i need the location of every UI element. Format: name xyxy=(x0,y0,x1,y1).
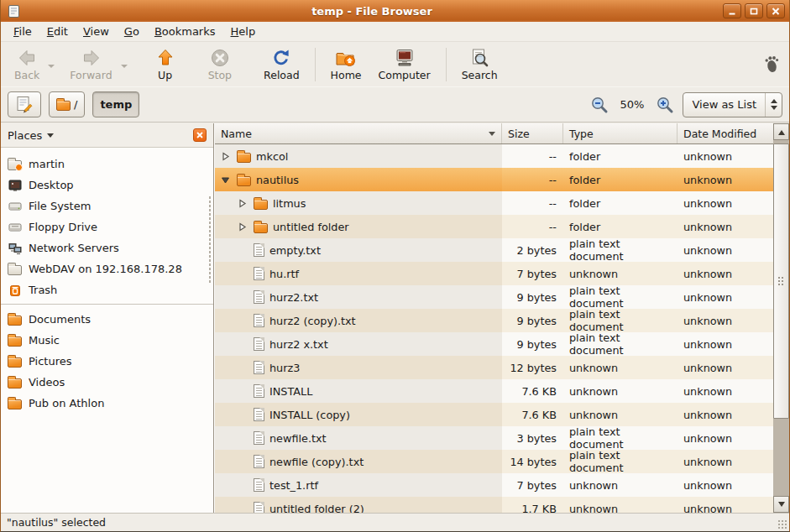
file-row[interactable]: mkcol--folderunknown xyxy=(215,144,773,168)
minimize-button[interactable] xyxy=(723,3,741,18)
spinner-down-icon xyxy=(771,106,777,113)
file-modified: unknown xyxy=(678,332,773,356)
sidebar-item-music[interactable]: Music xyxy=(1,330,213,351)
folder-icon xyxy=(56,101,71,111)
view-mode-select[interactable]: View as List xyxy=(683,92,782,117)
file-row[interactable]: hurz2.txt9 bytesplain text documentunkno… xyxy=(215,285,773,309)
column-header-name[interactable]: Name xyxy=(215,123,502,143)
computer-button[interactable]: Computer xyxy=(370,45,439,83)
file-modified: unknown xyxy=(678,285,773,309)
sidebar-resize-handle[interactable] xyxy=(208,196,212,283)
menu-view[interactable]: View xyxy=(76,23,117,40)
file-type: plain text document xyxy=(563,426,678,450)
places-dropdown-arrow-icon[interactable] xyxy=(47,133,54,141)
menu-file[interactable]: File xyxy=(6,23,39,40)
close-button[interactable] xyxy=(766,3,785,18)
file-modified: unknown xyxy=(678,379,773,403)
text-file-icon xyxy=(254,455,264,468)
maximize-button[interactable] xyxy=(745,3,763,18)
file-size: -- xyxy=(502,215,563,238)
file-name: mkcol xyxy=(256,150,288,163)
sidebar-item-home[interactable]: martin xyxy=(1,154,213,175)
file-row[interactable]: test_1.rtf7 bytesunknownunknown xyxy=(215,473,773,497)
sidebar-item-file-system[interactable]: File System xyxy=(1,196,213,216)
file-row[interactable]: hurz312 bytesunknownunknown xyxy=(215,356,773,379)
floppy-drive-icon xyxy=(8,221,22,234)
file-rows: mkcol--folderunknown nautilus--folderunk… xyxy=(215,144,773,513)
sidebar-item-floppy-drive[interactable]: Floppy Drive xyxy=(1,216,213,237)
path-current-label: temp xyxy=(100,98,132,111)
file-row[interactable]: INSTALL (copy)7.6 KBunknownunknown xyxy=(215,403,773,426)
file-row[interactable]: hurz2 (copy).txt9 bytesplain text docume… xyxy=(215,309,773,332)
titlebar[interactable]: temp - File Browser xyxy=(1,0,789,22)
sidebar-item-pub-on-athlon[interactable]: Pub on Athlon xyxy=(1,393,213,414)
home-button[interactable]: Home xyxy=(322,45,370,83)
file-row[interactable]: hu.rtf7 bytesunknownunknown xyxy=(215,262,773,285)
sidebar-item-desktop[interactable]: Desktop xyxy=(1,175,213,196)
menubar: File Edit View Go Bookmarks Help xyxy=(1,22,789,42)
file-type: plain text document xyxy=(563,332,678,356)
file-row[interactable]: newfile.txt3 bytesplain text documentunk… xyxy=(215,426,773,450)
file-modified: unknown xyxy=(678,497,773,513)
path-button-current[interactable]: temp xyxy=(92,91,139,117)
back-history-dropdown-icon[interactable] xyxy=(48,65,55,71)
stop-button[interactable]: Stop xyxy=(200,45,240,83)
file-row[interactable]: newfile (copy).txt14 bytesplain text doc… xyxy=(215,450,773,473)
file-size: -- xyxy=(502,191,563,215)
file-size: 1.7 KB xyxy=(502,497,563,513)
up-button[interactable]: Up xyxy=(146,45,185,83)
file-type: folder xyxy=(563,215,678,238)
window-resize-grip[interactable] xyxy=(777,519,787,529)
file-type: folder xyxy=(563,191,678,215)
file-row-selected[interactable]: nautilus--folderunknown xyxy=(215,168,773,191)
column-header-date-modified[interactable]: Date Modified xyxy=(678,123,773,143)
scroll-up-button[interactable] xyxy=(773,123,789,140)
search-button[interactable]: Search xyxy=(453,45,506,83)
sidebar-close-button[interactable] xyxy=(193,128,207,142)
sidebar-item-documents[interactable]: Documents xyxy=(1,309,213,330)
menu-edit[interactable]: Edit xyxy=(39,23,76,40)
sidebar-item-webdav[interactable]: WebDAV on 192.168.178.28 xyxy=(1,258,213,279)
expander-collapsed-icon[interactable] xyxy=(236,222,249,232)
expander-expanded-icon[interactable] xyxy=(219,175,232,185)
reload-button[interactable]: Reload xyxy=(255,45,308,83)
folder-icon xyxy=(237,153,251,163)
file-size: 9 bytes xyxy=(502,309,563,332)
menu-go[interactable]: Go xyxy=(117,23,147,40)
zoom-out-icon[interactable] xyxy=(590,96,609,114)
toolbar-separator xyxy=(315,48,316,81)
file-row[interactable]: litmus--folderunknown xyxy=(215,191,773,215)
scrollbar-grip xyxy=(777,276,785,287)
folder-icon xyxy=(8,316,22,326)
file-row[interactable]: hurz2 x.txt9 bytesplain text documentunk… xyxy=(215,332,773,356)
sidebar-item-label: Videos xyxy=(29,376,65,389)
vertical-scrollbar[interactable] xyxy=(773,123,789,513)
file-name: untitled folder (2) xyxy=(269,503,364,514)
scrollbar-thumb[interactable] xyxy=(773,143,789,419)
places-dropdown[interactable]: Places xyxy=(8,129,42,142)
expander-collapsed-icon[interactable] xyxy=(236,199,249,208)
column-header-size[interactable]: Size xyxy=(502,123,563,143)
sidebar-item-videos[interactable]: Videos xyxy=(1,372,213,393)
file-row[interactable]: untitled folder (2)1.7 KBunknownunknown xyxy=(215,497,773,513)
file-row[interactable]: untitled folder--folderunknown xyxy=(215,215,773,238)
zoom-in-icon[interactable] xyxy=(656,96,674,114)
menu-help[interactable]: Help xyxy=(223,23,264,40)
forward-history-dropdown-icon[interactable] xyxy=(121,65,128,71)
forward-button[interactable]: Forward xyxy=(61,45,120,83)
sidebar-item-trash[interactable]: Trash xyxy=(1,279,213,300)
menu-bookmarks[interactable]: Bookmarks xyxy=(147,23,223,40)
file-row[interactable]: empty.txt2 bytesplain text documentunkno… xyxy=(215,238,773,262)
expander-collapsed-icon[interactable] xyxy=(219,152,232,161)
column-header-type[interactable]: Type xyxy=(563,123,678,143)
sidebar-item-network-servers[interactable]: Network Servers xyxy=(1,237,213,258)
sidebar-item-label: Desktop xyxy=(29,179,74,191)
scroll-down-button[interactable] xyxy=(773,496,789,513)
back-button[interactable]: Back xyxy=(6,45,48,83)
path-button-root[interactable]: / xyxy=(49,91,85,117)
edit-location-button[interactable] xyxy=(8,91,41,117)
places-sidebar: Places martin Desktop File System Floppy… xyxy=(1,123,214,513)
sidebar-item-pictures[interactable]: Pictures xyxy=(1,351,213,372)
file-row[interactable]: INSTALL7.6 KBunknownunknown xyxy=(215,379,773,403)
home-folder-icon xyxy=(8,160,22,170)
